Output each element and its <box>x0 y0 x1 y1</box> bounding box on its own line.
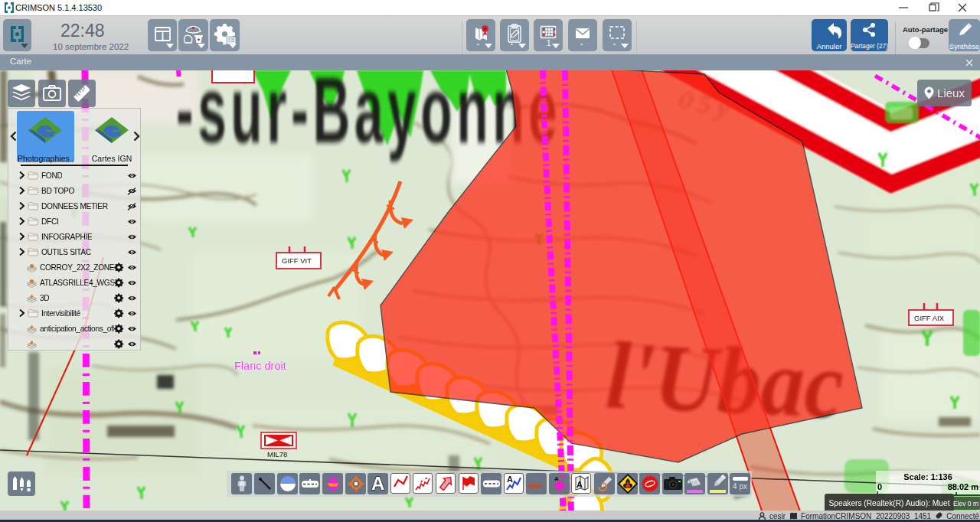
svg-text:A: A <box>554 475 559 482</box>
svg-text:GIFF AIX: GIFF AIX <box>914 314 945 322</box>
svg-text:A: A <box>507 475 513 484</box>
svg-text:A: A <box>371 475 384 493</box>
svg-text:GIFF VIT: GIFF VIT <box>282 256 312 265</box>
svg-text:MIL78: MIL78 <box>267 450 287 458</box>
svg-text:A: A <box>577 480 583 489</box>
svg-text:Flanc droit: Flanc droit <box>234 360 286 372</box>
svg-text:1: 1 <box>547 39 551 47</box>
